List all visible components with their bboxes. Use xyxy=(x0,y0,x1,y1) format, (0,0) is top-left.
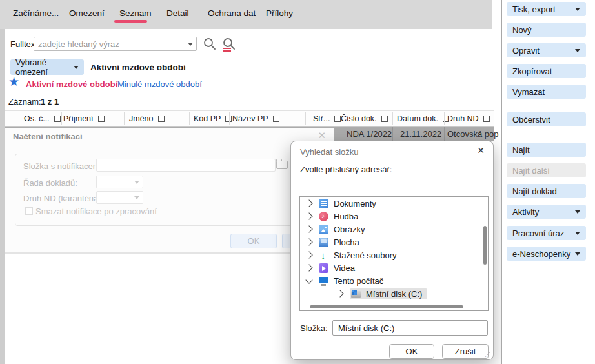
column-os-cislo[interactable]: Os. č... xyxy=(24,114,61,123)
cancel-button[interactable]: Zrušit xyxy=(442,344,489,359)
button-zkopirovat[interactable]: Zkopírovat xyxy=(507,64,586,78)
filter-box-icon[interactable] xyxy=(483,116,490,122)
button-aktivity[interactable]: Aktivity xyxy=(507,205,586,219)
column-separator xyxy=(61,112,62,125)
tab-zaciname[interactable]: Začínáme... xyxy=(13,8,59,18)
table-header: Os. č... Příjmení Jméno Kód PP Název PP … xyxy=(5,110,494,127)
fulltext-dropdown-arrow[interactable] xyxy=(188,43,193,46)
button-opravit[interactable]: Opravit xyxy=(507,43,586,57)
cell-datum-dok: 21.11.2022 xyxy=(400,129,441,139)
videos-icon xyxy=(319,263,328,273)
link-past-period[interactable]: Minulé mzdové období xyxy=(117,79,202,89)
close-icon[interactable]: ✕ xyxy=(477,145,485,156)
tree-item-plocha[interactable]: Plocha xyxy=(300,236,488,248)
column-stredisko[interactable]: Stř... xyxy=(313,114,341,123)
documents-icon xyxy=(319,199,328,208)
column-cislo-dok[interactable]: Číslo dok. xyxy=(341,114,388,123)
favorite-star-icon[interactable]: ★ xyxy=(8,76,19,88)
chevron-right-icon[interactable] xyxy=(305,251,312,258)
active-tab-indicator xyxy=(114,20,147,23)
filter-box-icon[interactable] xyxy=(273,116,279,122)
filter-box-icon[interactable] xyxy=(98,116,105,122)
computer-icon xyxy=(319,276,328,286)
selected-restriction-label: Vybrané omezení xyxy=(15,57,74,77)
button-obcerstvit[interactable]: Občerstvit xyxy=(507,112,586,126)
folder-icon[interactable] xyxy=(276,161,288,169)
button-e-neschopenky[interactable]: e-Neschopenky xyxy=(507,247,586,261)
column-separator xyxy=(392,127,393,141)
button-vymazat[interactable]: Vymazat xyxy=(507,85,586,99)
link-active-period[interactable]: Aktivní mzdové období xyxy=(26,79,117,89)
column-separator xyxy=(392,112,393,125)
filter-box-icon[interactable] xyxy=(54,116,61,122)
downloads-icon xyxy=(319,250,328,260)
chevron-down-icon xyxy=(575,8,580,11)
fulltext-input[interactable] xyxy=(34,37,197,51)
chevron-right-icon[interactable] xyxy=(305,264,312,271)
chevron-right-icon[interactable] xyxy=(305,225,312,232)
close-icon[interactable]: ✕ xyxy=(318,130,326,141)
ok-button[interactable]: OK xyxy=(389,344,434,359)
tree-item-dokumenty[interactable]: Dokumenty xyxy=(300,197,488,210)
resize-grip[interactable]: ⋰ xyxy=(485,351,490,358)
tab-omezeni[interactable]: Omezení xyxy=(69,8,105,18)
button-tisk-export[interactable]: Tisk, export xyxy=(507,2,586,16)
chevron-down-icon xyxy=(74,66,79,69)
series-field-combo[interactable] xyxy=(96,176,143,188)
series-field-label: Řada dokladů: xyxy=(23,178,77,188)
chevron-down-icon xyxy=(575,252,580,256)
notifications-dialog: Načtení notifikací ✕ Složka s notifikace… xyxy=(5,128,334,254)
filter-box-icon[interactable] xyxy=(381,116,388,122)
column-separator xyxy=(444,127,445,141)
tab-ochrana-dat[interactable]: Ochrana dat xyxy=(208,8,256,18)
chevron-right-icon[interactable] xyxy=(336,290,343,297)
horizontal-scrollbar[interactable] xyxy=(310,305,463,308)
column-druh-nd[interactable]: Druh ND xyxy=(447,114,490,123)
folder-path-input[interactable] xyxy=(332,320,488,336)
tab-bar: Začínáme... Omezení Seznam Detail Ochran… xyxy=(0,0,492,29)
button-pracovni-uraz[interactable]: Pracovní úraz xyxy=(507,226,586,240)
search-icon[interactable] xyxy=(203,37,217,51)
selected-tree-node: Místní disk (C:) xyxy=(350,288,427,299)
button-najit-doklad[interactable]: Najít doklad xyxy=(507,184,586,198)
tree-item-hudba[interactable]: Hudba xyxy=(300,210,488,223)
chevron-down-icon[interactable] xyxy=(305,276,312,283)
button-novy[interactable]: Nový xyxy=(507,23,586,37)
column-separator xyxy=(338,112,338,125)
action-sidebar: Tisk, export Nový Opravit Zkopírovat Vym… xyxy=(502,0,595,364)
ok-button-disabled[interactable]: OK xyxy=(230,234,277,248)
column-jmeno[interactable]: Jméno xyxy=(129,114,165,123)
chevron-right-icon[interactable] xyxy=(305,199,312,207)
folder-picker-title: Vyhledat složku xyxy=(300,147,359,157)
chevron-right-icon[interactable] xyxy=(305,212,312,219)
column-prijmeni[interactable]: Příjmení xyxy=(63,114,105,123)
column-separator xyxy=(124,112,125,125)
delete-after-checkbox[interactable] xyxy=(25,207,33,215)
column-kod-pp[interactable]: Kód PP xyxy=(194,114,232,123)
button-najit[interactable]: Najít xyxy=(507,143,586,157)
tree-item-stazene-soubory[interactable]: Stažené soubory xyxy=(300,248,488,261)
type-field-combo[interactable] xyxy=(96,191,143,204)
tab-prilohy[interactable]: Přílohy xyxy=(266,8,293,18)
chevron-right-icon[interactable] xyxy=(305,238,312,245)
filter-box-icon[interactable] xyxy=(158,116,165,122)
tree-item-mistni-disk[interactable]: Místní disk (C:) xyxy=(300,287,488,300)
record-count-label: Záznam: xyxy=(8,97,41,106)
desktop-icon xyxy=(319,238,328,247)
tree-item-obrazky[interactable]: Obrázky xyxy=(300,223,488,236)
folder-tree: Dokumenty Hudba Obrázky Plocha Stažené s… xyxy=(299,196,489,311)
tab-seznam[interactable]: Seznam xyxy=(119,8,152,18)
notifications-dialog-title: Načtení notifikací xyxy=(13,132,83,141)
column-nazev-pp[interactable]: Název PP xyxy=(232,114,279,123)
chevron-down-icon xyxy=(575,232,580,235)
vertical-scrollbar[interactable] xyxy=(483,226,487,265)
column-datum-dok[interactable]: Datum dok. xyxy=(397,114,449,123)
tree-item-tento-pocitac[interactable]: Tento počítač xyxy=(300,274,488,287)
folder-field-input[interactable] xyxy=(96,159,276,172)
tree-item-videa[interactable]: Videa xyxy=(300,261,488,274)
current-filter-text: Aktivní mzdové období xyxy=(90,63,186,72)
tab-detail[interactable]: Detail xyxy=(166,8,189,18)
folder-field-label: Složka s notifikacemi: xyxy=(23,161,104,171)
selected-restriction-button[interactable]: Vybrané omezení xyxy=(10,59,84,75)
music-icon xyxy=(319,212,328,221)
